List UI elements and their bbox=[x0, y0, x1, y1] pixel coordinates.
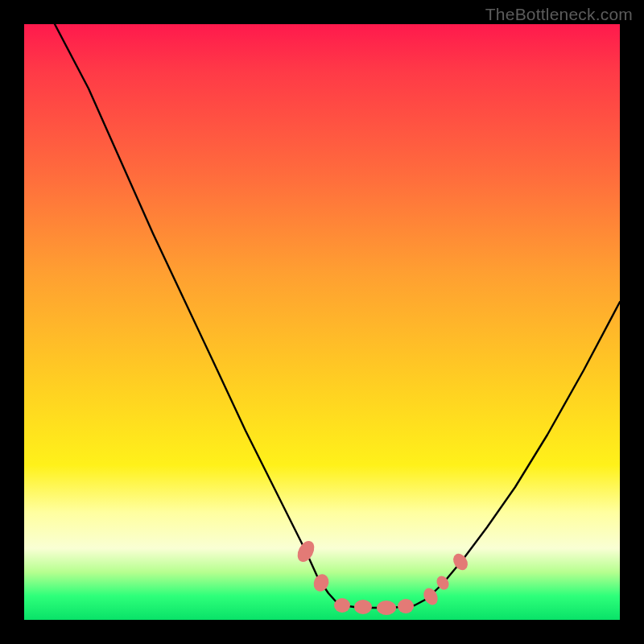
marker-node bbox=[294, 538, 317, 564]
chart-frame: TheBottleneck.com bbox=[0, 0, 644, 644]
marker-node bbox=[334, 598, 350, 613]
marker-node bbox=[398, 599, 414, 613]
marker-node bbox=[354, 600, 372, 614]
marker-group bbox=[294, 538, 470, 615]
curve-svg bbox=[24, 24, 620, 620]
plot-area bbox=[24, 24, 620, 620]
curve-group bbox=[55, 24, 620, 608]
bottleneck-curve bbox=[55, 24, 620, 608]
marker-node bbox=[377, 601, 396, 615]
marker-node bbox=[311, 572, 331, 593]
watermark-text: TheBottleneck.com bbox=[485, 5, 633, 24]
